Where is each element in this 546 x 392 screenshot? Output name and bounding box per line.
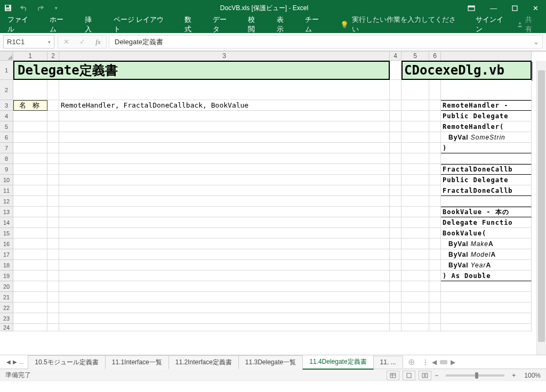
tab-formulas[interactable]: 数式	[184, 15, 198, 34]
cell[interactable]	[59, 132, 390, 143]
cell[interactable]	[402, 175, 429, 185]
cell[interactable]	[429, 303, 441, 313]
row-header[interactable]: 19	[0, 271, 13, 281]
cell[interactable]	[441, 196, 532, 207]
cell[interactable]	[390, 313, 402, 324]
cancel-formula-icon[interactable]: ✕	[58, 38, 74, 46]
expand-formula-icon[interactable]: ⌄	[533, 38, 539, 46]
cell[interactable]	[390, 143, 402, 153]
cell[interactable]	[47, 196, 59, 207]
view-pagebreak-icon[interactable]	[419, 371, 431, 380]
row-header[interactable]: 2	[0, 80, 13, 100]
qat-dropdown-icon[interactable]: ▾	[51, 3, 61, 13]
cell[interactable]	[390, 228, 402, 239]
share-button[interactable]: 共有	[517, 15, 539, 34]
row-header[interactable]: 8	[0, 153, 13, 164]
row-header[interactable]: 5	[0, 121, 13, 132]
cell[interactable]	[402, 164, 429, 175]
cell[interactable]	[429, 100, 441, 111]
cell[interactable]	[390, 132, 402, 143]
cell[interactable]	[13, 185, 47, 196]
sheet-tab[interactable]: 11.2Interface定義書	[168, 355, 239, 369]
cell[interactable]	[390, 121, 402, 132]
view-pagelayout-icon[interactable]	[403, 371, 415, 380]
cell[interactable]	[402, 111, 429, 121]
zoom-in-button[interactable]: +	[512, 372, 516, 379]
cell[interactable]	[47, 303, 59, 313]
cell[interactable]	[47, 132, 59, 143]
select-all-button[interactable]	[0, 52, 13, 61]
cell[interactable]	[402, 185, 429, 196]
cell[interactable]	[402, 271, 429, 281]
tab-home[interactable]: ホーム	[50, 15, 70, 34]
row-header[interactable]: 21	[0, 292, 13, 303]
cell[interactable]	[13, 324, 47, 331]
cell[interactable]	[402, 313, 429, 324]
name-box[interactable]: R1C1 ▾	[3, 35, 54, 48]
cell[interactable]	[59, 80, 390, 100]
cell[interactable]	[429, 260, 441, 271]
row-header[interactable]: 12	[0, 196, 13, 207]
tab-file[interactable]: ファイル	[7, 15, 35, 34]
cell[interactable]	[59, 249, 390, 260]
cell[interactable]	[13, 281, 47, 292]
cell-code[interactable]: ByValMake A	[441, 239, 532, 249]
row-header[interactable]: 3	[0, 100, 13, 111]
cell[interactable]	[429, 143, 441, 153]
row-header[interactable]: 20	[0, 281, 13, 292]
cell[interactable]	[59, 303, 390, 313]
cell[interactable]	[13, 303, 47, 313]
cell[interactable]	[59, 313, 390, 324]
tell-me-search[interactable]: 💡 実行したい作業を入力してください	[340, 15, 460, 34]
cell[interactable]	[47, 80, 59, 100]
cell[interactable]	[402, 228, 429, 239]
cell[interactable]	[390, 249, 402, 260]
cell[interactable]	[429, 324, 441, 331]
cell[interactable]	[402, 303, 429, 313]
view-normal-icon[interactable]	[387, 371, 399, 380]
cell[interactable]	[13, 132, 47, 143]
cell[interactable]	[13, 196, 47, 207]
redo-icon[interactable]	[35, 3, 45, 13]
cell[interactable]	[390, 260, 402, 271]
undo-icon[interactable]	[19, 3, 29, 13]
enter-formula-icon[interactable]: ✓	[74, 38, 90, 46]
tab-scroll-sep-icon[interactable]: ⋮	[422, 358, 429, 366]
tab-nav-more[interactable]: ...	[19, 359, 23, 365]
cell[interactable]	[47, 217, 59, 228]
row-header[interactable]: 13	[0, 207, 13, 217]
cell[interactable]	[47, 175, 59, 185]
cell[interactable]	[402, 80, 429, 100]
cell[interactable]	[47, 313, 59, 324]
cell[interactable]	[47, 239, 59, 249]
cell[interactable]	[402, 260, 429, 271]
cell[interactable]	[59, 196, 390, 207]
cell-code[interactable]: BookValue(	[441, 228, 532, 239]
col-header[interactable]: 4	[390, 52, 402, 61]
cell[interactable]	[390, 111, 402, 121]
cell[interactable]	[441, 80, 532, 100]
col-header[interactable]: 6	[429, 52, 441, 61]
row-header[interactable]: 1	[0, 61, 13, 80]
cell-code[interactable]: RemoteHandler(	[441, 121, 532, 132]
cell[interactable]	[13, 207, 47, 217]
cell[interactable]	[429, 281, 441, 292]
maximize-icon[interactable]	[512, 5, 518, 11]
tab-scroll-right-icon[interactable]: ▶	[451, 358, 455, 366]
cell[interactable]	[441, 324, 532, 331]
cell[interactable]	[390, 153, 402, 164]
cell[interactable]	[13, 249, 47, 260]
grid[interactable]: 1 Delegate定義書 CDocexeDlg.vb 2 3 名 称 Remo…	[0, 61, 536, 331]
sheet-tab[interactable]: 11.1Interface一覧	[105, 355, 169, 369]
tab-pagelayout[interactable]: ページ レイアウト	[114, 15, 170, 34]
row-header[interactable]: 7	[0, 143, 13, 153]
cell[interactable]	[59, 228, 390, 239]
cell[interactable]	[429, 185, 441, 196]
cell[interactable]	[13, 121, 47, 132]
cell[interactable]	[390, 196, 402, 207]
cell[interactable]	[47, 143, 59, 153]
cell[interactable]	[402, 207, 429, 217]
cell[interactable]	[402, 196, 429, 207]
cell[interactable]	[59, 292, 390, 303]
row-header[interactable]: 4	[0, 111, 13, 121]
